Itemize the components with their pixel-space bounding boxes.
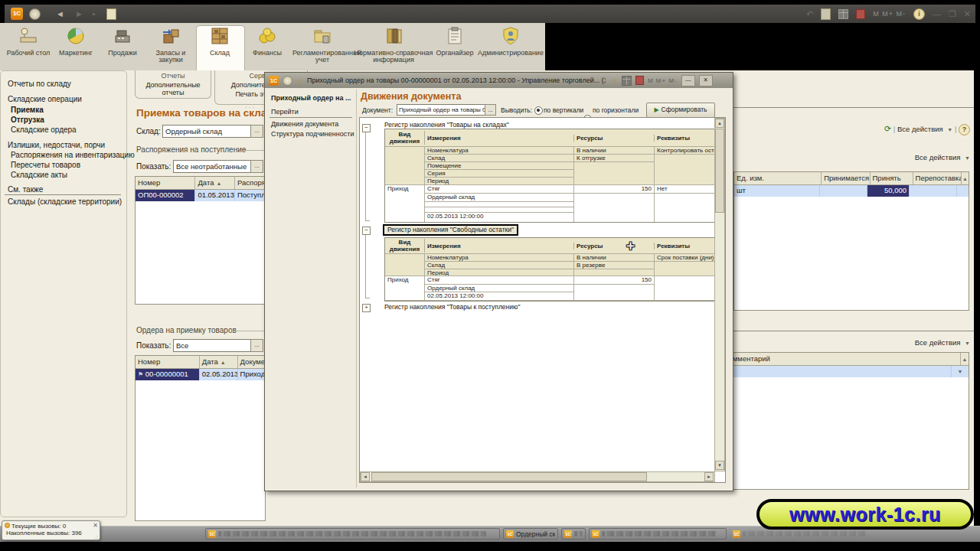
goods-col-resupply[interactable]: Перепоставка — [913, 172, 962, 184]
group-expand-3[interactable]: + — [362, 304, 371, 312]
t2-cell-doc[interactable]: Приходный — [238, 369, 265, 380]
report-scroll-right-button[interactable]: ► — [704, 472, 714, 481]
nav-otgruzka[interactable]: Отгрузка — [11, 116, 44, 124]
nav-inventory-orders[interactable]: Распоряжения на инвентаризацию — [11, 151, 135, 159]
additional-reports-button[interactable]: Дополнительные отчеты — [136, 81, 211, 96]
r2-value-warehouse[interactable]: Ордерный склад — [425, 285, 574, 292]
goods-scroll-up[interactable]: ▲ — [962, 172, 969, 184]
main-menu-icon[interactable] — [29, 8, 41, 20]
report-scroll-left-button[interactable]: ◄ — [361, 472, 370, 481]
calendar-icon[interactable] — [821, 8, 831, 20]
report-hthumb[interactable] — [371, 472, 647, 481]
t1-col-date[interactable]: Дата▲ — [195, 177, 235, 189]
group-collapse-1[interactable]: − — [362, 124, 371, 132]
comment-row[interactable]: ▼ — [733, 366, 969, 377]
tab-marketing[interactable]: Маркетинг — [54, 24, 98, 69]
goods-row[interactable]: шт 50,000 — [734, 185, 969, 197]
comment-scroll-up[interactable]: ▲ — [961, 353, 969, 365]
comment-cell[interactable] — [733, 366, 952, 377]
nav-sklad-acts[interactable]: Складские акты — [11, 171, 67, 179]
calculator-icon[interactable] — [838, 9, 848, 19]
right-actions-bar-2[interactable]: Все действия ▼ — [858, 153, 970, 161]
journal-icon[interactable] — [856, 9, 865, 19]
report-scroll-up-button[interactable]: ▲ — [715, 119, 724, 128]
tab-master-data[interactable]: Нормативно-справочная информация — [354, 24, 433, 69]
nav-warehouses[interactable]: Склады (складские территории) — [8, 197, 122, 206]
dialog-menu-icon[interactable] — [283, 76, 292, 86]
app-1c-icon[interactable]: 1С — [11, 8, 23, 20]
t1-cell-number[interactable]: ОП00-000002 — [136, 190, 195, 201]
tab-sales[interactable]: Продажи — [101, 24, 144, 69]
tab-inventory[interactable]: Запасы и закупки — [147, 24, 194, 69]
tab-organizer[interactable]: Органайзер — [433, 24, 476, 69]
t1-cell-doc[interactable]: Поступление — [235, 190, 265, 201]
tab-desktop[interactable]: Рабочий стол — [6, 24, 51, 69]
taskbar-button-2[interactable]: 1С Ордерный склад — [503, 528, 558, 540]
t2-col-number[interactable]: Номер — [136, 356, 200, 368]
r1-value-nomenclature[interactable]: Стяг — [425, 185, 574, 194]
dialog-calendar-icon[interactable] — [622, 76, 632, 86]
show-filter-picker-2[interactable]: ... — [250, 339, 263, 352]
perf-resize-grip[interactable]: .: — [95, 534, 98, 540]
radio-vertical[interactable] — [534, 106, 543, 115]
document-input[interactable]: Приходный ордер на товары 00-00000001 от… — [397, 104, 488, 116]
taskbar-button-4[interactable]: 1С — [589, 528, 727, 540]
tab-warehouse-active[interactable]: Склад — [196, 24, 243, 69]
dialog-nav-doc-link[interactable]: Приходный ордер на ... — [271, 94, 351, 102]
goods-col-unit[interactable]: Ед. изм. — [734, 172, 822, 184]
t1-row-selected[interactable]: ОП00-000002 01.05.2013... Поступление — [136, 190, 265, 201]
goods-col-accepting[interactable]: Принимается — [822, 172, 870, 184]
comment-col-header[interactable]: Комментарий — [733, 353, 961, 365]
goods-cell-accept[interactable]: 50,000 — [867, 185, 910, 197]
t2-col-doc[interactable]: Документ — [238, 356, 265, 368]
t1-col-doc[interactable]: Распоряжение — [235, 177, 265, 189]
nav-reports[interactable]: Отчеты по складу — [8, 80, 71, 88]
dialog-close-button[interactable]: ✕ — [699, 75, 713, 86]
r2-value-nomenclature[interactable]: Стяг — [425, 276, 574, 285]
document-picker-button[interactable]: ... — [485, 104, 496, 116]
tab-administration[interactable]: Администрирование — [478, 24, 544, 69]
generate-button[interactable]: ▶Сформировать — [646, 103, 715, 118]
window-restore-icon[interactable]: ❐ — [949, 5, 956, 23]
t1-col-number[interactable]: Номер — [136, 177, 195, 189]
nav-priemka[interactable]: Приемка — [11, 106, 44, 114]
comment-combo-button[interactable]: ▼ — [952, 366, 969, 377]
taskbar-button-3[interactable]: 1С — [561, 528, 586, 540]
dialog-favorite-icon[interactable]: ☆ — [611, 77, 618, 85]
show-filter-picker-1[interactable]: ... — [250, 160, 263, 173]
window-minimize-icon[interactable]: — — [933, 5, 941, 23]
back-icon[interactable]: ◄ — [56, 5, 64, 23]
taskbar-button-5[interactable]: 1С — [730, 528, 883, 540]
report-scroll-down-button[interactable]: ▼ — [715, 461, 724, 470]
dialog-star-icon[interactable]: ☆ — [296, 77, 303, 85]
register-title-1[interactable]: Регистр накопления "Товары на складах" — [384, 121, 509, 129]
dialog-nav-movements[interactable]: Движения документа — [271, 120, 338, 128]
tab-finance[interactable]: Финансы — [245, 24, 289, 69]
all-actions-button-1[interactable]: Все действия ▼ — [897, 125, 952, 133]
document-icon[interactable] — [106, 8, 116, 20]
t2-row-selected[interactable]: ⚑ 00-00000001 02.05.2013... Приходный — [136, 369, 265, 380]
show-filter-input-2[interactable]: Все — [173, 339, 254, 352]
refresh-icon[interactable]: ⟳ — [884, 124, 891, 133]
register-title-3[interactable]: Регистр накопления "Товары к поступлению… — [384, 303, 520, 311]
group-collapse-2[interactable]: − — [362, 227, 371, 235]
nav-recount[interactable]: Пересчеты товаров — [11, 161, 80, 169]
perf-close-icon[interactable]: ✕ — [93, 522, 98, 529]
t2-cell-number[interactable]: ⚑ 00-00000001 — [136, 369, 200, 380]
goods-col-accept[interactable]: Принять — [871, 172, 913, 184]
goods-cell-unit[interactable]: шт — [734, 185, 820, 197]
r1-value-warehouse[interactable]: Ордерный склад — [425, 194, 574, 202]
right-actions-bar-3[interactable]: Все действия ▼ — [858, 338, 970, 347]
tab-regulated-accounting[interactable]: Регламентированный учет — [292, 24, 352, 69]
taskbar-button-1[interactable]: 1С — [205, 528, 500, 540]
show-filter-input-1[interactable]: Все неотработанные — [173, 160, 254, 173]
goods-cell-resupply[interactable] — [910, 185, 957, 197]
t2-cell-date[interactable]: 02.05.2013... — [200, 369, 238, 380]
dialog-nav-structure[interactable]: Структура подчиненности — [271, 130, 354, 138]
t1-cell-date[interactable]: 01.05.2013... — [195, 190, 235, 201]
window-close-icon[interactable]: ✕ — [964, 5, 971, 23]
register-title-2-selected[interactable]: Регистр накопления "Свободные остатки" — [383, 224, 518, 236]
goods-cell-accepting[interactable] — [820, 185, 867, 197]
nav-sklad-ordera[interactable]: Складские ордера — [11, 126, 77, 134]
warehouse-picker-button[interactable]: ... — [250, 125, 263, 138]
